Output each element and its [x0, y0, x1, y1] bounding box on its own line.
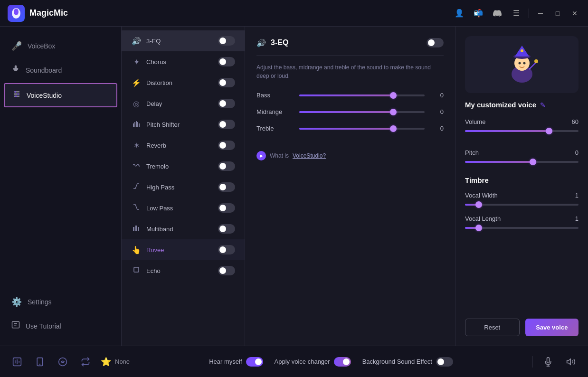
sidebar-item-soundboard[interactable]: Soundboard [0, 58, 121, 82]
chat-icon[interactable] [55, 354, 70, 369]
effect-item-high-pass[interactable]: High Pass [122, 177, 245, 198]
app-title: MagicMic [29, 8, 68, 18]
treble-fill [299, 128, 393, 130]
user-icon[interactable]: 👤 [453, 7, 466, 20]
voice-name-row: My customized voice ✎ [465, 101, 579, 109]
toggle-tremolo[interactable] [218, 161, 235, 171]
volume-section: Volume 60 [465, 118, 579, 132]
svg-point-27 [518, 62, 521, 65]
volume-thumb [546, 128, 552, 134]
midrange-track[interactable] [299, 111, 425, 113]
play-icon[interactable]: ▶ [256, 151, 266, 160]
phone-icon[interactable] [32, 354, 47, 369]
voicestudio-link[interactable]: VoiceStudio? [293, 152, 326, 159]
sidebar-item-settings[interactable]: ⚙️ Settings [0, 290, 121, 314]
toggle-hear-myself[interactable] [246, 357, 263, 367]
sidebar-item-tutorial[interactable]: Use Tutorial [0, 314, 121, 338]
effect-item-chorus[interactable]: ✦ Chorus [122, 51, 245, 72]
sidebar-voicebox-label: VoiceBox [28, 42, 55, 50]
reset-button[interactable]: Reset [465, 319, 520, 336]
toggle-chorus[interactable] [218, 57, 235, 66]
toggle-3eq[interactable] [218, 36, 235, 46]
vocal-length-thumb [475, 225, 482, 231]
bg-sound-label: Background Sound Effect [362, 358, 432, 365]
volume-value: 60 [564, 118, 579, 125]
delay-icon: ◎ [131, 99, 142, 108]
svg-rect-15 [136, 121, 137, 127]
toggle-apply-voice[interactable] [334, 357, 351, 367]
toggle-distortion[interactable] [218, 78, 235, 87]
svg-point-7 [15, 91, 16, 93]
hear-myself-label: Hear myself [209, 358, 242, 365]
treble-label: Treble [256, 125, 294, 132]
effect-item-pitch-shifter[interactable]: Pitch Shifter [122, 114, 245, 135]
toggle-pitch-shifter[interactable] [218, 120, 235, 129]
menu-icon[interactable]: ☰ [510, 7, 523, 20]
discord-icon[interactable] [491, 7, 504, 20]
effect-item-rovee[interactable]: 👆 Rovee [122, 239, 245, 260]
sidebar-tutorial-label: Use Tutorial [26, 322, 61, 330]
treble-thumb [390, 125, 397, 132]
maximize-button[interactable]: □ [552, 8, 563, 19]
sidebar-item-voicestudio[interactable]: VoiceStudio [4, 83, 117, 107]
effect-pitch-shifter-label: Pitch Shifter [146, 121, 213, 128]
microphone-status-icon[interactable] [541, 354, 556, 369]
sidebar-item-voicebox[interactable]: 🎤 VoiceBox [0, 34, 121, 58]
effect-chorus-label: Chorus [146, 58, 213, 66]
volume-track[interactable] [465, 130, 579, 132]
pitch-fill [465, 161, 533, 163]
effect-echo-label: Echo [146, 267, 213, 274]
toggle-high-pass[interactable] [218, 182, 235, 192]
speaker-status-icon[interactable] [563, 354, 579, 369]
toggle-low-pass[interactable] [218, 203, 235, 213]
effect-item-distortion[interactable]: ⚡ Distortion [122, 72, 245, 93]
svg-rect-16 [137, 122, 138, 127]
effect-item-reverb[interactable]: ✶ Reverb [122, 135, 245, 156]
pitch-track[interactable] [465, 161, 579, 163]
treble-track[interactable] [299, 128, 425, 130]
pitch-section: Pitch 0 [465, 149, 579, 163]
toggle-multiband[interactable] [218, 224, 235, 234]
eq-icon: 🔊 [131, 37, 142, 46]
toggle-effect-main[interactable] [427, 38, 444, 47]
transfer-icon[interactable] [78, 354, 93, 369]
volume-fill [465, 130, 549, 132]
edit-voice-name-icon[interactable]: ✎ [540, 101, 546, 109]
status-preset: ⭐ None [101, 357, 130, 367]
toggle-delay[interactable] [218, 99, 235, 108]
effect-item-echo[interactable]: Echo [122, 260, 245, 281]
bass-track[interactable] [299, 94, 425, 96]
vocal-width-track[interactable] [465, 204, 579, 206]
svg-point-1 [14, 9, 19, 15]
tutorial-icon [11, 320, 20, 331]
volume-row: Volume 60 [465, 118, 579, 125]
effect-item-tremolo[interactable]: Tremolo [122, 156, 245, 177]
statusbar-center: Hear myself Apply voice changer Backgrou… [137, 357, 525, 367]
effect-item-low-pass[interactable]: Low Pass [122, 198, 245, 218]
minimize-button[interactable]: ─ [535, 8, 546, 19]
soundboard-bottom-icon[interactable] [9, 354, 25, 369]
sidebar-settings-label: Settings [28, 298, 52, 306]
vocal-width-section: Vocal Width 1 [465, 192, 579, 206]
effect-item-delay[interactable]: ◎ Delay [122, 93, 245, 114]
toggle-reverb[interactable] [218, 141, 235, 150]
toggle-rovee[interactable] [218, 245, 235, 254]
effect-item-3eq[interactable]: 🔊 3-EQ [122, 30, 245, 51]
svg-rect-20 [138, 227, 139, 231]
effect-multiband-label: Multiband [146, 226, 213, 233]
multiband-icon [131, 224, 142, 234]
effect-item-multiband[interactable]: Multiband [122, 218, 245, 239]
svg-point-30 [534, 59, 538, 63]
action-buttons: Reset Save voice [465, 309, 579, 336]
close-button[interactable]: ✕ [569, 8, 580, 19]
toggle-bg-sound[interactable] [436, 357, 453, 367]
vocal-length-track[interactable] [465, 227, 579, 229]
pitch-value: 0 [564, 149, 579, 156]
toggle-echo[interactable] [218, 266, 235, 275]
rovee-icon: 👆 [131, 245, 142, 254]
svg-rect-18 [133, 227, 134, 231]
mail-icon[interactable]: 📬 [472, 7, 485, 20]
effect-3eq-label: 3-EQ [146, 38, 213, 45]
bass-value: 0 [429, 92, 444, 99]
save-voice-button[interactable]: Save voice [525, 319, 579, 336]
